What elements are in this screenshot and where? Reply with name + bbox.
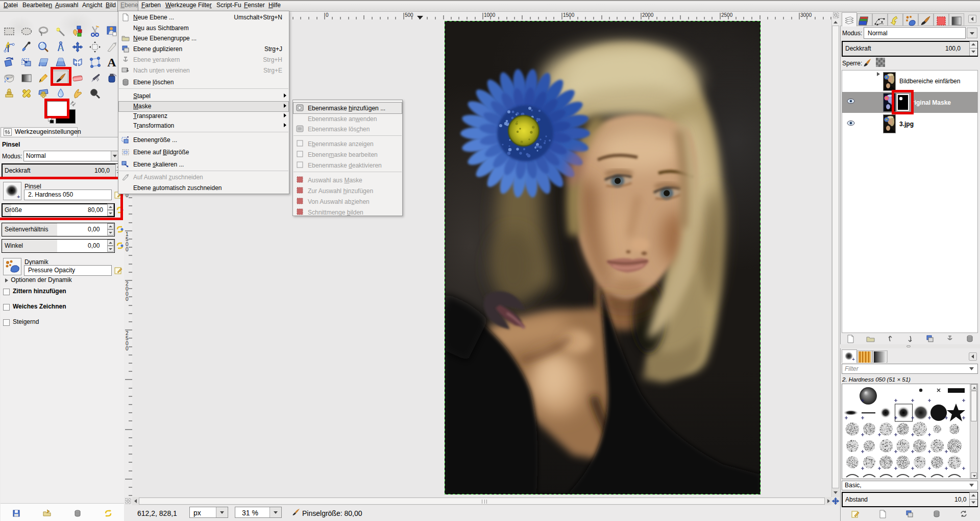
svg-text:1500: 1500: [563, 12, 575, 18]
svg-text:500: 500: [405, 12, 413, 18]
svg-text:1000: 1000: [484, 12, 496, 18]
svg-text:2500: 2500: [721, 12, 733, 18]
svg-text:0: 0: [326, 12, 329, 18]
svg-text:2000: 2000: [642, 12, 654, 18]
svg-text:A: A: [107, 56, 116, 68]
svg-text:0: 0: [126, 346, 129, 351]
svg-text:+: +: [852, 357, 855, 362]
svg-text:0: 0: [126, 247, 129, 252]
svg-text:3000: 3000: [800, 12, 812, 18]
svg-text:0: 0: [126, 296, 129, 302]
